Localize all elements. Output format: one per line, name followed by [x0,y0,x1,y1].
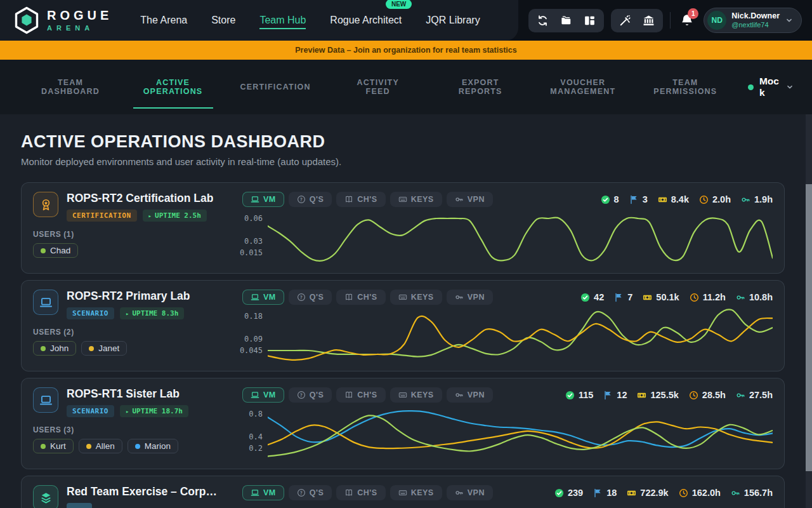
questions-button[interactable]: ?Q'S [289,387,332,403]
laptop-icon [251,391,259,399]
challenges-button[interactable]: CH'S [336,387,385,403]
keys-button[interactable]: KEYS [390,485,442,500]
questions-button[interactable]: ?Q'S [289,290,332,305]
key-icon [455,195,464,204]
tab-team-permissions[interactable]: TEAM PERMISSIONS [645,60,725,114]
vm-button[interactable]: VM [242,192,284,207]
action-label: Q'S [310,293,324,302]
lab-type-icon-box [33,290,58,315]
stat-value: 722.9k [640,488,668,498]
stat-value: 7 [627,292,632,302]
stat-flags: 3 [629,194,648,204]
notifications-button[interactable]: 1 [680,13,694,27]
preview-data-banner: Preview Data – Join an organization for … [0,41,812,60]
action-label: VPN [468,488,485,497]
question-icon: ? [297,391,306,399]
sync-icon[interactable] [537,15,549,27]
tab-export-reports[interactable]: EXPORT REPORTS [440,60,520,114]
bank-icon[interactable] [643,15,655,27]
vm-button[interactable]: VM [242,290,284,305]
cash-icon [658,195,667,204]
action-label: KEYS [411,391,434,399]
action-label: CH'S [357,391,377,399]
uptime-badge: ▸UPTIME 2.5h [143,210,207,222]
mode-status-dot [748,84,754,90]
user-handle: @nextlife74 [731,21,780,29]
user-chip-name: John [50,344,69,353]
team-hub-tabs: TEAM DASHBOARD ACTIVE OPERATIONS CERTIFI… [0,60,812,114]
stat-completed: 8 [601,194,619,204]
y-axis-tick: 0.2 [249,444,263,453]
action-label: CH'S [357,488,377,497]
flag-icon [629,195,639,204]
activity-chart: 0.80.40.2 [242,406,773,460]
vpn-button[interactable]: VPN [447,485,493,500]
mode-label: Mock [759,76,780,98]
nav-team-hub[interactable]: Team Hub [259,15,306,26]
challenges-button[interactable]: CH'S [336,485,385,500]
keys-button[interactable]: KEYS [390,387,442,403]
user-chip-list: KurtAllenMarion [33,439,233,453]
mode-selector[interactable]: Mock [748,76,794,98]
user-status-dot [41,346,46,351]
logo[interactable]: ROGUE ARENA [14,6,112,34]
svg-text:?: ? [299,295,303,300]
stat-value: 27.5h [749,390,773,400]
user-name: Nick.Downer [731,11,780,21]
chart-y-axis: 0.180.090.045 [242,309,264,362]
challenges-button[interactable]: CH'S [336,290,385,305]
laptop-icon [251,488,259,497]
user-status-dot [41,444,46,449]
stat-value: 18 [606,488,617,498]
nav-the-arena[interactable]: The Arena [140,15,187,26]
y-axis-tick: 0.09 [244,335,263,344]
challenges-button[interactable]: CH'S [336,192,385,207]
keys-button[interactable]: KEYS [390,192,442,207]
y-axis-tick: 0.8 [249,410,263,418]
y-axis-tick: 0.045 [240,346,263,355]
vm-button[interactable]: VM [242,387,284,403]
vpn-button[interactable]: VPN [447,290,493,305]
layout-icon[interactable] [584,15,596,27]
nav-jqr-library[interactable]: JQR Library [426,15,480,26]
vpn-button[interactable]: VPN [447,387,493,403]
action-label: VM [263,195,276,204]
chart-line [268,218,773,261]
tab-active-operations[interactable]: ACTIVE OPERATIONS [133,60,213,114]
questions-button[interactable]: ?Q'S [289,485,332,500]
vm-button[interactable]: VM [242,485,284,500]
bell-icon [680,18,694,29]
book-icon [344,488,353,497]
question-icon: ? [297,195,306,204]
user-menu[interactable]: ND Nick.Downer @nextlife74 [704,8,802,33]
scrollbar-thumb[interactable] [806,184,812,471]
scrollbar-track[interactable] [806,114,812,508]
stat-access-time: 156.7h [731,488,773,498]
cash-icon [627,488,636,498]
stat-value: 3 [643,194,648,204]
user-chip: Marion [128,439,178,453]
activity-chart: 0.060.030.015 [242,211,773,264]
stat-flags: 7 [614,292,632,302]
tab-certification[interactable]: CERTIFICATION [235,60,315,114]
action-label: KEYS [411,195,434,204]
nav-rogue-architect[interactable]: Rogue ArchitectNEW [330,15,402,26]
magic-wand-icon[interactable] [619,15,631,27]
folder-icon[interactable] [560,15,572,27]
lab-stats: 23918722.9k162.0h156.7h [554,488,773,498]
tab-activity-feed[interactable]: ACTIVITY FEED [338,60,418,114]
key-icon [455,293,464,302]
clock-icon [699,195,709,204]
nav-store[interactable]: Store [211,15,235,26]
svg-text:?: ? [299,490,303,496]
flag-icon [593,488,603,498]
tab-team-dashboard[interactable]: TEAM DASHBOARD [30,60,110,114]
keys-button[interactable]: KEYS [390,290,442,305]
header-icon-group-1 [528,9,604,32]
vpn-button[interactable]: VPN [447,192,493,207]
lab-title: ROPS-RT1 Sister Lab [67,387,188,401]
questions-button[interactable]: ?Q'S [289,192,332,207]
tab-voucher-management[interactable]: VOUCHER MANAGEMENT [543,60,623,114]
stat-value: 10.8h [749,292,773,302]
user-status-dot [41,248,46,253]
